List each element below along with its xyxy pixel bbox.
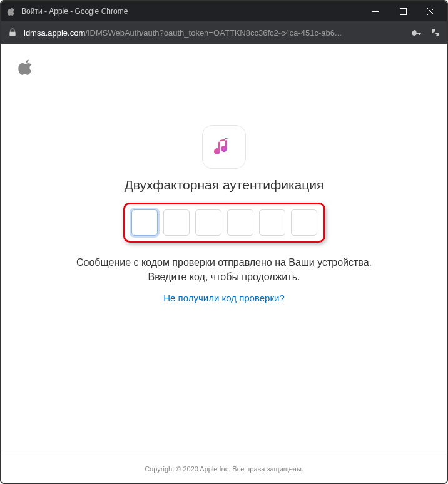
maximize-button[interactable]: [389, 1, 417, 21]
key-icon[interactable]: [412, 28, 422, 38]
code-digit-3[interactable]: [195, 209, 221, 236]
page-content: Двухфакторная аутентификация Сообщение с…: [1, 44, 447, 483]
translate-icon[interactable]: [430, 28, 440, 38]
code-digit-6[interactable]: [291, 209, 317, 236]
url-text[interactable]: idmsa.apple.com/IDMSWebAuth/auth?oauth_t…: [24, 28, 405, 38]
apple-music-icon: [202, 125, 246, 169]
main-area: Двухфакторная аутентификация Сообщение с…: [1, 44, 447, 455]
url-domain: idmsa.apple.com: [24, 28, 85, 38]
code-digit-5[interactable]: [259, 209, 285, 236]
footer-text: Copyright © 2020 Apple Inc. Все права за…: [1, 455, 447, 483]
code-input-group: [123, 203, 325, 243]
page-heading: Двухфакторная аутентификация: [125, 178, 324, 193]
code-digit-4[interactable]: [227, 209, 253, 236]
window-title: Войти - Apple - Google Chrome: [21, 7, 362, 16]
code-digit-1[interactable]: [131, 209, 158, 236]
address-bar: idmsa.apple.com/IDMSWebAuth/auth?oauth_t…: [1, 21, 447, 44]
titlebar: Войти - Apple - Google Chrome: [1, 1, 447, 21]
close-button[interactable]: [417, 1, 444, 21]
description-text: Сообщение с кодом проверки отправлено на…: [74, 255, 374, 284]
browser-window: Войти - Apple - Google Chrome idmsa.appl…: [0, 0, 448, 484]
window-controls: [362, 1, 444, 21]
apple-logo-icon: [18, 59, 34, 78]
help-link[interactable]: Не получили код проверки?: [163, 293, 284, 303]
code-digit-2[interactable]: [163, 209, 190, 236]
url-path: /IDMSWebAuth/auth?oauth_token=OATTKN8cc3…: [85, 28, 342, 38]
lock-icon: [8, 28, 18, 38]
svg-rect-1: [400, 8, 406, 14]
minimize-button[interactable]: [362, 1, 389, 21]
apple-favicon-icon: [6, 6, 16, 16]
